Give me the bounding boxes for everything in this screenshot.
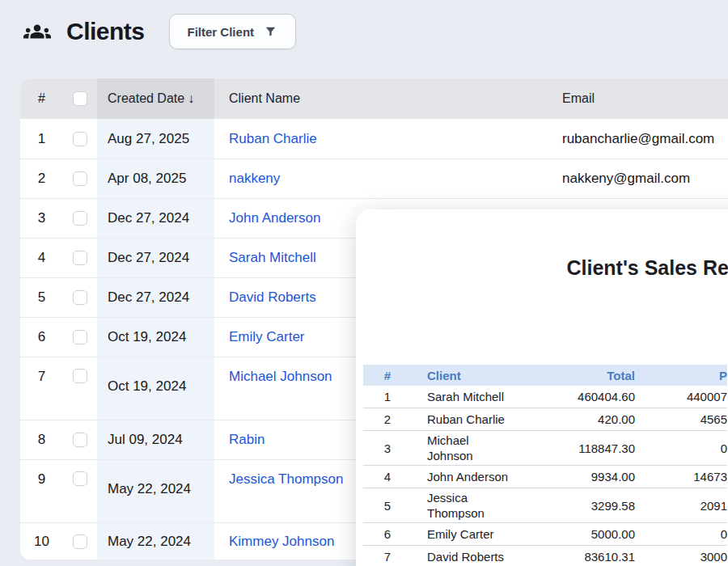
- created-date-cell: Oct 19, 2024: [97, 357, 214, 420]
- row-number: 10: [20, 534, 63, 550]
- client-name-link[interactable]: Sarah Mitchell: [229, 250, 316, 265]
- column-header-email[interactable]: Email: [548, 91, 728, 106]
- report-total-value: 460404.60: [518, 388, 635, 405]
- page-title: Clients: [66, 18, 145, 45]
- client-name-link[interactable]: Jessica Thompson: [229, 471, 343, 487]
- report-column-partial: P: [635, 367, 727, 384]
- created-date-cell: Jul 09, 2024: [97, 420, 214, 459]
- client-name-link[interactable]: David Roberts: [229, 289, 316, 305]
- row-checkbox[interactable]: [73, 290, 87, 305]
- row-checkbox[interactable]: [73, 171, 87, 186]
- email-cell: nakkeny@gmail.com: [548, 171, 728, 187]
- report-row-number: 3: [363, 440, 412, 457]
- clients-table-header-row: # Created Date ↓ Client Name Email: [20, 78, 728, 119]
- row-checkbox[interactable]: [73, 211, 87, 226]
- report-row-number: 1: [363, 388, 412, 405]
- column-header-number: #: [20, 91, 63, 106]
- report-paid-value: 14673: [635, 468, 727, 485]
- filter-client-button-label: Filter Client: [188, 25, 255, 39]
- page-header: Clients Filter Client: [21, 14, 296, 49]
- row-number: 3: [20, 210, 63, 226]
- row-number: 6: [20, 329, 63, 345]
- report-row: 6 Emily Carter 5000.00 0: [363, 523, 727, 546]
- report-paid-value: 0: [635, 526, 727, 543]
- row-checkbox[interactable]: [73, 534, 87, 549]
- column-header-created-date[interactable]: Created Date ↓: [97, 78, 214, 119]
- report-total-value: 83610.31: [518, 548, 635, 565]
- filter-client-button[interactable]: Filter Client: [169, 14, 297, 49]
- row-number: 1: [20, 131, 63, 147]
- report-paid-value: 0: [635, 440, 727, 457]
- client-name-link[interactable]: Rabin: [229, 432, 265, 447]
- row-number: 9: [20, 471, 63, 488]
- row-checkbox[interactable]: [73, 251, 87, 265]
- created-date-cell: May 22, 2024: [97, 523, 214, 560]
- filter-funnel-icon: [264, 25, 277, 39]
- report-client-name: David Roberts: [412, 547, 518, 566]
- report-total-value: 3299.58: [518, 497, 635, 514]
- client-name-link[interactable]: nakkeny: [229, 171, 280, 186]
- report-row-number: 2: [363, 411, 412, 428]
- report-row-number: 5: [363, 497, 412, 514]
- sales-report-header-row: # Client Total P: [363, 365, 727, 386]
- clients-group-icon: [21, 18, 53, 45]
- report-row: 4 John Anderson 9934.00 14673: [363, 466, 727, 488]
- row-checkbox[interactable]: [73, 330, 87, 344]
- client-name-link[interactable]: Emily Carter: [229, 329, 305, 344]
- column-header-checkbox: [63, 91, 97, 106]
- sort-descending-icon[interactable]: ↓: [188, 91, 194, 106]
- email-cell: rubancharlie@gmail.com: [548, 131, 728, 147]
- report-client-name: Michael Johnson: [412, 431, 518, 465]
- client-name-link[interactable]: Michael Johnson: [229, 369, 332, 384]
- report-client-name: Ruban Charlie: [412, 410, 518, 429]
- row-number: 5: [20, 289, 63, 306]
- report-total-value: 420.00: [518, 411, 635, 428]
- row-checkbox[interactable]: [73, 132, 87, 146]
- table-row: 1 Aug 27, 2025 Ruban Charlie rubancharli…: [20, 119, 728, 158]
- sales-report-panel: Client's Sales Report # Client Total P 1…: [356, 209, 728, 566]
- table-row: 2 Apr 08, 2025 nakkeny nakkeny@gmail.com: [20, 158, 728, 198]
- sales-report-table: # Client Total P 1 Sarah Mitchell 460404…: [363, 365, 727, 566]
- report-column-total: Total: [518, 367, 635, 384]
- client-name-link[interactable]: Kimmey Johnson: [229, 534, 334, 549]
- report-row: 1 Sarah Mitchell 460404.60 440007: [363, 386, 727, 408]
- row-number: 4: [20, 250, 63, 266]
- report-column-client: Client: [412, 366, 518, 385]
- row-number: 7: [20, 369, 63, 385]
- report-row: 7 David Roberts 83610.31 3000: [363, 546, 727, 566]
- column-header-client-name[interactable]: Client Name: [214, 91, 548, 106]
- created-date-cell: Apr 08, 2025: [97, 159, 214, 198]
- report-row-number: 7: [363, 548, 412, 565]
- report-total-value: 118847.30: [518, 440, 635, 457]
- report-client-name: Emily Carter: [412, 525, 518, 543]
- report-client-name: Jessica Thompson: [412, 488, 518, 522]
- created-date-header-label: Created Date: [108, 91, 184, 106]
- report-client-name: John Anderson: [412, 467, 518, 486]
- report-paid-value: 440007: [635, 388, 727, 405]
- created-date-cell: Oct 19, 2024: [97, 318, 214, 357]
- report-row-number: 6: [363, 526, 412, 543]
- created-date-cell: Aug 27, 2025: [97, 119, 214, 158]
- created-date-cell: Dec 27, 2024: [97, 199, 214, 238]
- report-row: 5 Jessica Thompson 3299.58 2091: [363, 488, 727, 523]
- report-paid-value: 2091: [635, 497, 727, 514]
- row-checkbox[interactable]: [73, 471, 87, 486]
- client-name-link[interactable]: John Anderson: [229, 210, 320, 226]
- sales-report-title: Client's Sales Report: [356, 254, 728, 281]
- report-row: 3 Michael Johnson 118847.30 0: [363, 431, 727, 466]
- row-checkbox[interactable]: [73, 433, 87, 447]
- created-date-cell: Dec 27, 2024: [97, 278, 214, 317]
- row-checkbox[interactable]: [73, 369, 87, 383]
- report-total-value: 9934.00: [518, 468, 635, 485]
- client-name-link[interactable]: Ruban Charlie: [229, 131, 317, 146]
- report-total-value: 5000.00: [518, 526, 635, 543]
- report-client-name: Sarah Mitchell: [412, 387, 518, 406]
- created-date-cell: Dec 27, 2024: [97, 239, 214, 277]
- report-paid-value: 4565: [635, 411, 727, 428]
- select-all-checkbox[interactable]: [73, 91, 87, 106]
- report-row: 2 Ruban Charlie 420.00 4565: [363, 408, 727, 431]
- report-row-number: 4: [363, 468, 412, 485]
- report-paid-value: 3000: [635, 548, 727, 565]
- row-number: 2: [20, 171, 63, 187]
- row-number: 8: [20, 432, 63, 448]
